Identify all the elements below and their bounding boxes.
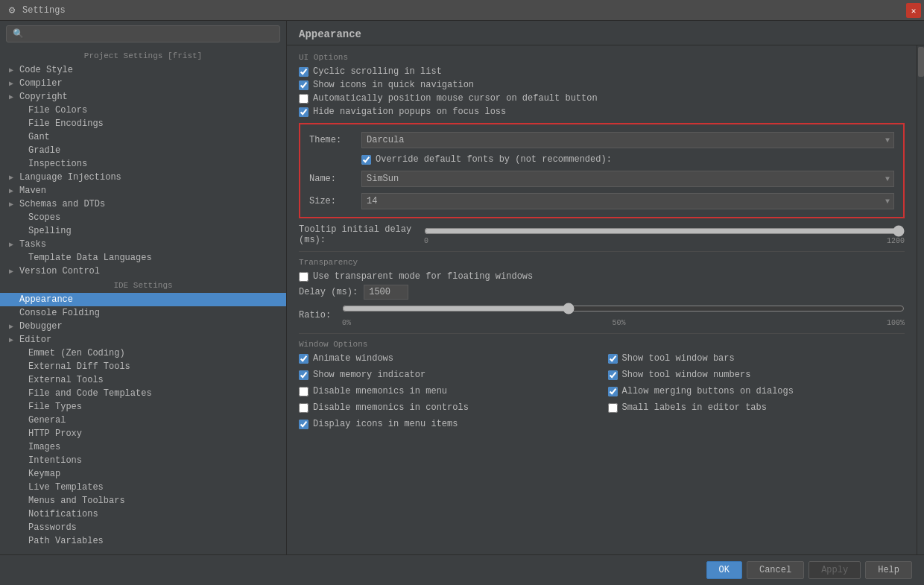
small-labels-label: Small labels in editor tabs — [622, 402, 767, 413]
sidebar-item-gant[interactable]: Gant — [0, 130, 286, 144]
disable-mnemonics-menu-checkbox[interactable] — [299, 387, 308, 396]
window-options-grid: Animate windows Show tool window bars Sh… — [299, 353, 905, 432]
animate-windows-checkbox[interactable] — [299, 354, 308, 364]
sidebar-item-menus-and-toolbars[interactable]: Menus and Toolbars — [0, 494, 286, 507]
spacer — [18, 254, 27, 262]
name-select[interactable]: SimSun Arial Consolas Courier New — [361, 171, 894, 187]
sidebar-item-file-types[interactable]: File Types — [0, 400, 286, 414]
show-icons-label: Show icons in quick navigation — [313, 80, 474, 90]
transparent-mode-row: Use transparent mode for floating window… — [299, 271, 905, 282]
animate-windows-label: Animate windows — [313, 353, 393, 364]
disable-mnemonics-menu-row: Disable mnemonics in menu — [299, 386, 596, 396]
override-fonts-checkbox[interactable] — [361, 155, 371, 165]
sidebar-item-version-control[interactable]: ▶Version Control — [0, 265, 286, 278]
show-icons-row: Show icons in quick navigation — [299, 80, 905, 90]
sidebar-item-file-colors[interactable]: File Colors — [0, 104, 286, 117]
sidebar-item-gradle[interactable]: Gradle — [0, 144, 286, 157]
tooltip-slider-container: 0 1200 — [424, 225, 905, 245]
close-button[interactable]: ✕ — [906, 3, 921, 18]
cancel-button[interactable]: Cancel — [747, 561, 804, 579]
sidebar-item-notifications[interactable]: Notifications — [0, 507, 286, 521]
sidebar-item-tasks[interactable]: ▶Tasks — [0, 238, 286, 251]
sidebar-item-intentions[interactable]: Intentions — [0, 454, 286, 467]
search-input[interactable] — [27, 29, 273, 39]
sidebar-item-file-encodings[interactable]: File Encodings — [0, 117, 286, 130]
sidebar-item-spelling[interactable]: Spelling — [0, 224, 286, 238]
size-select[interactable]: 10111213 14151618 — [361, 193, 894, 209]
sidebar-item-copyright[interactable]: ▶Copyright — [0, 90, 286, 104]
cyclic-scrolling-row: Cyclic scrolling in list — [299, 66, 905, 77]
spacer — [18, 120, 27, 128]
spacer — [18, 484, 27, 492]
sidebar-item-live-templates[interactable]: Live Templates — [0, 481, 286, 494]
sidebar-item-console-folding[interactable]: Console Folding — [0, 306, 286, 320]
name-row: Name: SimSun Arial Consolas Courier New — [309, 171, 894, 187]
disable-mnemonics-controls-checkbox[interactable] — [299, 403, 308, 413]
transparent-mode-checkbox[interactable] — [299, 272, 308, 282]
sidebar-item-path-variables[interactable]: Path Variables — [0, 534, 286, 548]
sidebar-item-emmet[interactable]: Emmet (Zen Coding) — [0, 347, 286, 360]
hide-nav-checkbox[interactable] — [299, 107, 308, 117]
ratio-slider[interactable] — [342, 303, 905, 314]
sidebar-item-template-data-languages[interactable]: Template Data Languages — [0, 251, 286, 265]
tooltip-delay-row: Tooltip initial delay (ms): 0 1200 — [299, 224, 905, 245]
sidebar-item-compiler[interactable]: ▶Compiler — [0, 77, 286, 90]
sidebar-item-images[interactable]: Images — [0, 440, 286, 454]
sidebar-item-code-style[interactable]: ▶Code Style — [0, 63, 286, 77]
small-labels-row: Small labels in editor tabs — [608, 402, 905, 413]
sidebar-item-editor[interactable]: ▶Editor — [0, 333, 286, 347]
sidebar-item-file-and-code-templates[interactable]: File and Code Templates — [0, 387, 286, 400]
override-fonts-row: Override default fonts by (not recommend… — [361, 154, 894, 165]
name-select-wrapper[interactable]: SimSun Arial Consolas Courier New — [361, 171, 894, 187]
delay-row: Delay (ms): — [299, 285, 905, 300]
arrow-icon: ▶ — [9, 335, 18, 344]
sidebar-item-inspections[interactable]: Inspections — [0, 157, 286, 171]
right-scrollbar[interactable] — [917, 45, 924, 554]
sidebar-item-external-tools[interactable]: External Tools — [0, 373, 286, 387]
spacer — [18, 363, 27, 371]
sidebar-item-passwords[interactable]: Passwords — [0, 521, 286, 534]
tooltip-delay-label: Tooltip initial delay (ms): — [299, 224, 418, 245]
arrow-icon: ▶ — [9, 267, 18, 276]
sidebar-item-appearance[interactable]: Appearance — [0, 293, 286, 306]
scrollbar-thumb[interactable] — [918, 47, 924, 77]
sidebar-item-schemas-dtds[interactable]: ▶Schemas and DTDs — [0, 197, 286, 211]
show-memory-checkbox[interactable] — [299, 370, 308, 380]
size-select-wrapper[interactable]: 10111213 14151618 — [361, 193, 894, 209]
titlebar: ⚙ Settings ✕ — [0, 0, 924, 21]
sidebar-item-external-diff-tools[interactable]: External Diff Tools — [0, 360, 286, 373]
sidebar-item-scopes[interactable]: Scopes — [0, 211, 286, 224]
display-icons-checkbox[interactable] — [299, 420, 308, 429]
display-icons-row: Display icons in menu items — [299, 419, 596, 429]
sidebar-item-language-injections[interactable]: ▶Language Injections — [0, 171, 286, 184]
ok-button[interactable]: OK — [706, 561, 742, 579]
theme-row: Theme: Darcula Default High Contrast — [309, 132, 894, 148]
tooltip-delay-slider[interactable] — [424, 225, 905, 237]
spacer — [18, 417, 27, 425]
delay-input[interactable] — [364, 285, 408, 300]
show-tool-window-bars-checkbox[interactable] — [608, 354, 618, 364]
sidebar-item-maven[interactable]: ▶Maven — [0, 184, 286, 197]
theme-select-wrapper[interactable]: Darcula Default High Contrast — [361, 132, 894, 148]
arrow-icon: ▶ — [9, 173, 18, 182]
cyclic-scrolling-checkbox[interactable] — [299, 67, 308, 77]
show-icons-checkbox[interactable] — [299, 80, 308, 90]
auto-position-checkbox[interactable] — [299, 94, 308, 104]
allow-merging-checkbox[interactable] — [608, 387, 618, 396]
spacer — [18, 133, 27, 142]
theme-select[interactable]: Darcula Default High Contrast — [361, 132, 894, 148]
small-labels-checkbox[interactable] — [608, 403, 618, 413]
search-box[interactable]: 🔍 — [6, 25, 280, 42]
sidebar-item-http-proxy[interactable]: HTTP Proxy — [0, 427, 286, 440]
apply-button[interactable]: Apply — [808, 561, 861, 579]
spacer — [18, 470, 27, 478]
arrow-icon: ▶ — [9, 66, 18, 75]
sidebar-item-general[interactable]: General — [0, 414, 286, 427]
show-tool-numbers-checkbox[interactable] — [608, 370, 618, 380]
delay-label: Delay (ms): — [299, 287, 358, 297]
sidebar-item-debugger[interactable]: ▶Debugger — [0, 320, 286, 333]
dialog-footer: OK Cancel Apply Help — [0, 554, 924, 585]
size-label: Size: — [309, 196, 361, 206]
sidebar-item-keymap[interactable]: Keymap — [0, 467, 286, 481]
help-button[interactable]: Help — [865, 561, 912, 579]
